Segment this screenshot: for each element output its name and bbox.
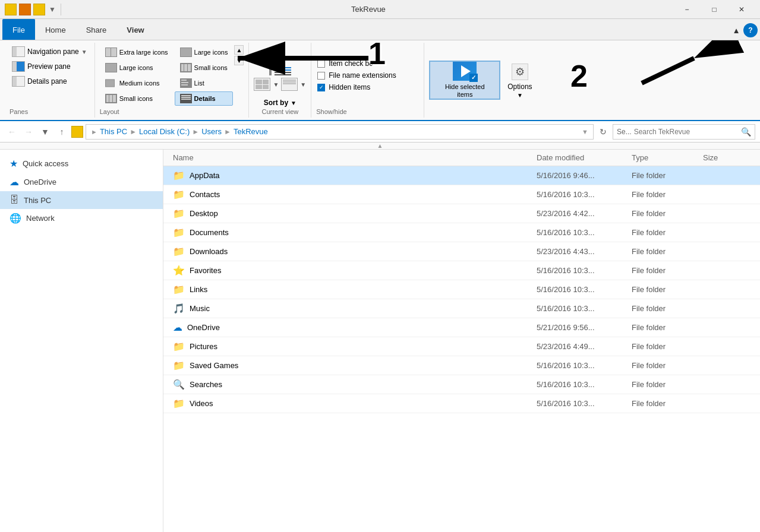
table-row[interactable]: 📁 Contacts 5/16/2016 10:3... File folder	[163, 185, 760, 204]
medium-icons-button[interactable]: Medium icons	[100, 76, 174, 90]
list-button[interactable]: List	[175, 76, 234, 90]
search-box: Se... 🔍	[613, 124, 755, 140]
table-row[interactable]: 🔍 Searches 5/16/2016 10:3... File folder	[163, 375, 760, 394]
ribbon-tabs: File Home Share View ▲ ?	[0, 19, 760, 40]
folder-icon: 📁	[173, 360, 185, 371]
navigation-pane-button[interactable]: Navigation pane ▼	[10, 45, 90, 58]
sidebar: ★ Quick access ☁ OneDrive 🗄 This PC 🌐 Ne…	[0, 150, 163, 532]
layout-scroll-down[interactable]: ▼	[234, 56, 244, 65]
path-tekrevue[interactable]: TekRevue	[234, 127, 268, 136]
address-path[interactable]: ► This PC ► Local Disk (C:) ► Users ► Te…	[86, 124, 594, 140]
sidebar-item-quick-access[interactable]: ★ Quick access	[0, 154, 163, 173]
path-local-disk[interactable]: Local Disk (C:)	[139, 127, 190, 136]
search-input[interactable]	[634, 128, 739, 136]
panes-group-label: Panes	[10, 108, 28, 115]
svg-line-3	[642, 58, 694, 83]
collapse-bar[interactable]: ▲	[0, 142, 760, 150]
table-row[interactable]: ☁ OneDrive 5/21/2016 9:56... File folder	[163, 318, 760, 337]
large-icons-right-button[interactable]: Large icons	[175, 45, 234, 59]
col-date-header[interactable]: Date modified	[537, 153, 632, 162]
file-name-text: Videos	[190, 399, 213, 408]
forward-button[interactable]: →	[21, 125, 36, 139]
title-icon-3	[33, 4, 45, 15]
path-users[interactable]: Users	[201, 127, 222, 136]
table-row[interactable]: 📁 Pictures 5/23/2016 4:49... File folder	[163, 337, 760, 356]
item-check-boxes-toggle[interactable]: Item check boxes	[316, 59, 397, 68]
file-type: File folder	[632, 171, 703, 180]
tab-home[interactable]: Home	[35, 19, 76, 40]
options-button[interactable]: ⚙ Options ▼	[505, 60, 534, 101]
table-row[interactable]: 📁 Videos 5/16/2016 10:3... File folder	[163, 394, 760, 413]
quick-access-icon: ★	[10, 158, 18, 169]
table-row[interactable]: 📁 AppData 5/16/2016 9:46... File folder	[163, 166, 760, 185]
folder-icon: 📁	[173, 398, 185, 409]
file-date: 5/16/2016 10:3...	[537, 361, 632, 370]
small-icons-right-button[interactable]: Small icons	[175, 61, 234, 75]
current-view-label: Current view	[261, 108, 298, 115]
table-row[interactable]: 📁 Desktop 5/23/2016 4:42... File folder	[163, 204, 760, 223]
extra-large-icons-button[interactable]: Extra large icons	[100, 45, 174, 59]
file-name-text: Searches	[190, 380, 222, 389]
col-size-header[interactable]: Size	[703, 153, 750, 162]
file-name-text: Contacts	[190, 190, 220, 199]
file-type: File folder	[632, 323, 703, 332]
title-icon-2	[19, 4, 31, 15]
file-extensions-toggle[interactable]: File name extensions	[316, 71, 397, 80]
hide-selected-button[interactable]: ✓ Hide selecteditems	[429, 61, 500, 100]
tab-share[interactable]: Share	[76, 19, 117, 40]
file-date: 5/16/2016 10:3...	[537, 380, 632, 389]
search-label: Se...	[617, 128, 632, 136]
title-dropdown[interactable]: ▼	[49, 5, 56, 14]
back-button[interactable]: ←	[5, 125, 19, 139]
title-divider	[61, 4, 61, 15]
table-row[interactable]: 📁 Saved Games 5/16/2016 10:3... File fol…	[163, 356, 760, 375]
sidebar-item-this-pc[interactable]: 🗄 This PC	[0, 191, 163, 209]
tab-file[interactable]: File	[2, 19, 35, 40]
close-button[interactable]: ✕	[728, 0, 755, 19]
file-date: 5/16/2016 10:3...	[537, 285, 632, 294]
folder-address-icon	[71, 126, 83, 138]
details-button[interactable]: Details	[175, 91, 234, 106]
main-content: ★ Quick access ☁ OneDrive 🗄 This PC 🌐 Ne…	[0, 150, 760, 532]
file-name-text: Desktop	[190, 209, 218, 218]
dropdown-button[interactable]: ▼	[38, 125, 52, 139]
details-pane-button[interactable]: Details pane	[10, 75, 70, 88]
help-button[interactable]: ?	[743, 23, 758, 37]
table-row[interactable]: 📁 Documents 5/16/2016 10:3... File folde…	[163, 223, 760, 242]
show-hide-label: Show/hide	[316, 108, 346, 115]
table-row[interactable]: 📁 Downloads 5/23/2016 4:43... File folde…	[163, 242, 760, 261]
folder-icon: 📁	[173, 284, 185, 295]
sidebar-item-network[interactable]: 🌐 Network	[0, 209, 163, 227]
panes-group: Navigation pane ▼ Preview pane Details p…	[5, 43, 95, 118]
table-row[interactable]: 📁 Links 5/16/2016 10:3... File folder	[163, 280, 760, 299]
col-name-header[interactable]: Name	[173, 153, 537, 162]
col-type-header[interactable]: Type	[632, 153, 703, 162]
folder-icon: 📁	[173, 189, 185, 200]
table-row[interactable]: 🎵 Music 5/16/2016 10:3... File folder	[163, 299, 760, 318]
item-check-boxes-cb	[317, 60, 325, 68]
table-row[interactable]: ⭐ Favorites 5/16/2016 10:3... File folde…	[163, 261, 760, 280]
layout-scroll-up[interactable]: ▲	[234, 45, 244, 55]
file-date: 5/16/2016 10:3...	[537, 399, 632, 408]
show-hide-group: Item check boxes File name extensions ✓ …	[311, 43, 424, 118]
sort-by-button[interactable]: Sort by ▼	[264, 99, 297, 107]
this-pc-icon: 🗄	[10, 195, 19, 205]
search-icon[interactable]: 🔍	[741, 127, 751, 137]
file-date: 5/16/2016 9:46...	[537, 171, 632, 180]
layout-group-label: Layout	[100, 108, 119, 115]
refresh-button[interactable]: ↻	[596, 125, 610, 139]
tab-view[interactable]: View	[116, 19, 154, 40]
large-icons-button[interactable]: Large icons	[100, 61, 174, 75]
up-button[interactable]: ↑	[55, 125, 69, 139]
file-extensions-cb	[317, 72, 325, 80]
file-date: 5/16/2016 10:3...	[537, 228, 632, 237]
maximize-button[interactable]: □	[701, 0, 728, 19]
path-this-pc[interactable]: This PC	[100, 127, 127, 136]
minimize-button[interactable]: −	[673, 0, 701, 19]
hidden-items-toggle[interactable]: ✓ Hidden items	[316, 83, 397, 92]
sidebar-item-onedrive[interactable]: ☁ OneDrive	[0, 173, 163, 191]
preview-pane-button[interactable]: Preview pane	[10, 60, 73, 73]
small-icons-button[interactable]: Small icons	[100, 91, 174, 106]
ribbon-collapse-button[interactable]: ▲	[729, 23, 743, 37]
window-controls: − □ ✕	[673, 0, 755, 19]
